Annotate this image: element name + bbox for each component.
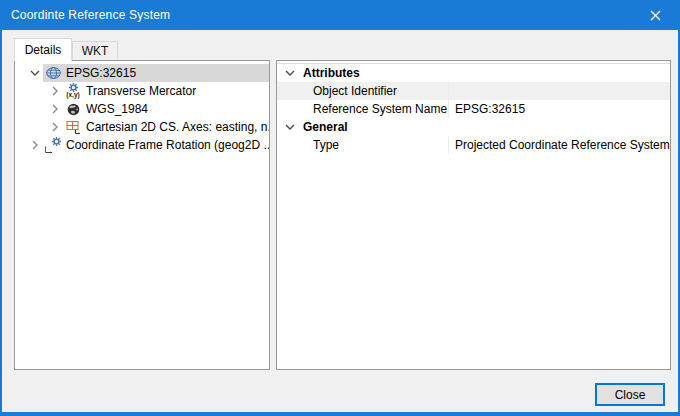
group-label: General [297, 120, 348, 134]
chevron-right-icon[interactable] [47, 82, 63, 100]
crs-tree: EPSG:32615 [15, 61, 269, 154]
crs-properties-panel: Attributes Object Identifier Reference S… [276, 60, 671, 370]
chevron-down-icon[interactable] [283, 124, 297, 130]
cartesian-grid-axes-icon [65, 119, 81, 135]
property-row-object-identifier[interactable]: Object Identifier [277, 82, 670, 100]
tree-item-label: Transverse Mercator [86, 84, 196, 98]
globe-icon [45, 65, 61, 81]
property-value: Projected Coordinate Reference System [449, 138, 670, 152]
dialog-window: Coordinte Reference System Details WKT [0, 0, 680, 416]
chevron-down-icon[interactable] [27, 64, 43, 82]
chevron-down-icon[interactable] [283, 70, 297, 76]
dark-globe-icon [65, 101, 81, 117]
property-value: EPSG:32615 [449, 102, 670, 116]
property-name: Type [277, 136, 449, 154]
chevron-right-icon[interactable] [47, 118, 63, 136]
property-name: Object Identifier [277, 82, 449, 100]
tree-item-epsg[interactable]: EPSG:32615 [15, 64, 269, 82]
tab-details-label: Details [25, 43, 62, 57]
tree-item-label: Cartesian 2D CS. Axes: easting, n... [86, 120, 269, 134]
group-header-attributes[interactable]: Attributes [277, 64, 670, 82]
chevron-right-icon[interactable] [47, 100, 63, 118]
tab-details[interactable]: Details [14, 38, 72, 61]
tree-item-transverse-mercator[interactable]: (x,y) Transverse Mercator [15, 82, 269, 100]
property-row-reference-system-name[interactable]: Reference System Name EPSG:32615 [277, 100, 670, 118]
tree-item-cartesian-cs[interactable]: Cartesian 2D CS. Axes: easting, n... [15, 118, 269, 136]
tree-item-coordinate-frame-rotation[interactable]: Coordinate Frame Rotation (geog2D ... [15, 136, 269, 154]
tree-item-label: WGS_1984 [86, 102, 148, 116]
tree-item-label: EPSG:32615 [66, 66, 136, 80]
close-button[interactable]: Close [595, 383, 665, 406]
group-label: Attributes [297, 66, 360, 80]
transformation-gear-axes-icon [45, 137, 61, 153]
tab-wkt[interactable]: WKT [72, 41, 118, 60]
property-row-type[interactable]: Type Projected Coordinate Reference Syst… [277, 136, 670, 154]
tree-item-label: Coordinate Frame Rotation (geog2D ... [66, 138, 269, 152]
window-title: Coordinte Reference System [2, 8, 170, 22]
group-header-general[interactable]: General [277, 118, 670, 136]
chevron-right-icon[interactable] [27, 136, 43, 154]
xy-icon-text: (x,y) [66, 92, 79, 99]
close-button-label: Close [615, 388, 646, 402]
window-close-button[interactable] [633, 0, 678, 30]
conversion-gear-xy-icon: (x,y) [65, 83, 81, 99]
tab-wkt-label: WKT [82, 44, 109, 58]
crs-tree-panel: EPSG:32615 [14, 60, 270, 370]
property-name: Reference System Name [277, 100, 449, 118]
title-bar[interactable]: Coordinte Reference System [2, 0, 678, 30]
tree-item-wgs-1984[interactable]: WGS_1984 [15, 100, 269, 118]
close-icon [650, 10, 661, 21]
properties-table: Attributes Object Identifier Reference S… [277, 63, 670, 154]
